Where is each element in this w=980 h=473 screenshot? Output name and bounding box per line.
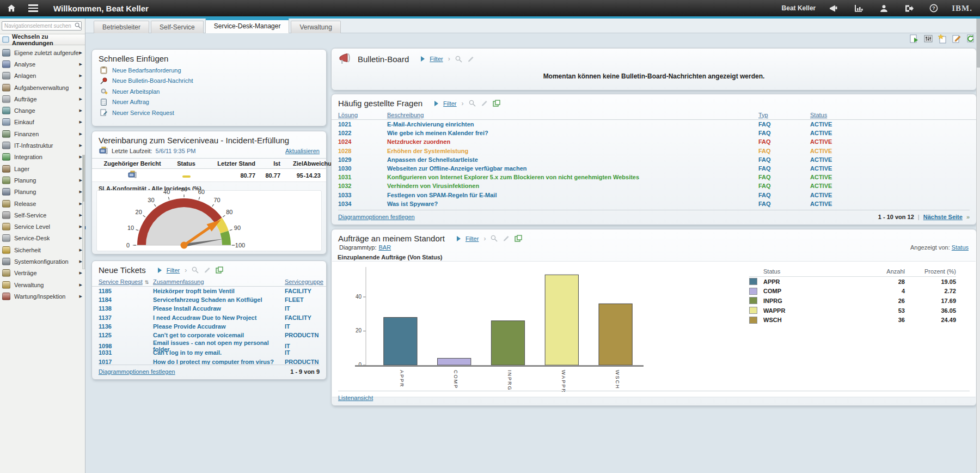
- nav-search-input[interactable]: [2, 21, 82, 31]
- search-icon[interactable]: [491, 235, 498, 242]
- tab[interactable]: Verwaltung: [291, 21, 340, 33]
- sidebar-item[interactable]: Release ▶: [0, 198, 85, 209]
- search-icon[interactable]: [469, 100, 476, 107]
- faq-description[interactable]: Anpassen der Schnellstartleiste: [387, 156, 758, 163]
- faq-id[interactable]: 1024: [338, 138, 387, 145]
- report-icon[interactable]: [127, 171, 137, 179]
- sidebar-item[interactable]: Einkauf ▶: [0, 117, 85, 128]
- quick-insert-link[interactable]: Neue Bulletin-Board-Nachricht: [112, 77, 193, 84]
- quick-insert-link[interactable]: Neuer Arbeitsplan: [112, 88, 160, 95]
- sidebar-item[interactable]: Change ▶: [0, 105, 85, 116]
- search-icon[interactable]: [192, 266, 199, 274]
- col-service-request[interactable]: Service Request: [99, 278, 143, 285]
- ticket-row[interactable]: 1098 Email issues - can not open my pers…: [92, 339, 326, 348]
- list-view-link[interactable]: Listenansicht: [338, 395, 373, 401]
- quick-insert-link[interactable]: Neue Bedarfsanforderung: [112, 67, 181, 74]
- ticket-id[interactable]: 1184: [99, 296, 153, 303]
- faq-id[interactable]: 1022: [338, 130, 387, 136]
- tab[interactable]: Service-Desk-Manager: [205, 19, 290, 33]
- ticket-id[interactable]: 1136: [99, 323, 153, 330]
- edit-tab-icon[interactable]: [952, 34, 961, 44]
- ticket-row[interactable]: 1138 Please Install Accudraw IT: [92, 304, 326, 313]
- sidebar-item[interactable]: Verwaltung ▶: [0, 279, 85, 290]
- ticket-summary[interactable]: Can't get to corporate voicemail: [153, 332, 285, 338]
- ticket-id[interactable]: 1137: [99, 314, 153, 321]
- sidebar-item[interactable]: Planung ▶: [0, 174, 85, 186]
- faq-row[interactable]: 1031 Konfigurieren von Internet Explorer…: [332, 173, 976, 181]
- display-settings-icon[interactable]: [923, 34, 933, 44]
- help-icon[interactable]: ?: [927, 1, 941, 15]
- sidebar-item[interactable]: Anlagen ▶: [0, 70, 85, 82]
- sidebar-item[interactable]: Finanzen ▶: [0, 128, 85, 140]
- displayed-by-link[interactable]: Status: [952, 244, 969, 251]
- faq-id[interactable]: 1021: [338, 121, 387, 128]
- faq-description[interactable]: Netzdrucker zuordnen: [387, 138, 758, 145]
- edit-portlet-icon[interactable]: [481, 100, 488, 107]
- ticket-summary[interactable]: Servicefahrzeug Schaden an Kotflügel: [153, 296, 285, 303]
- faq-row[interactable]: 1024 Netzdrucker zuordnen FAQ ACTIVE: [332, 137, 976, 146]
- faq-row[interactable]: 1022 Wie gebe ich meinen Kalender frei? …: [332, 129, 976, 137]
- ticket-row[interactable]: 1184 Servicefahrzeug Schaden an Kotflüge…: [92, 295, 326, 304]
- sidebar-item[interactable]: Analyse ▶: [0, 58, 85, 70]
- sidebar-item[interactable]: Planung ▶: [0, 186, 85, 198]
- chart-options-link[interactable]: Diagrammoptionen festlegen: [338, 214, 415, 220]
- sidebar-item[interactable]: Self-Service ▶: [0, 209, 85, 221]
- ticket-summary[interactable]: Please Provide Accudraw: [153, 323, 285, 330]
- home-icon[interactable]: [4, 1, 19, 15]
- col-bericht[interactable]: Zugehöriger Bericht: [97, 160, 167, 167]
- faq-row[interactable]: 1021 E-Mail-Archivierung einrichten FAQ …: [332, 120, 976, 129]
- page-scrollbar[interactable]: [976, 19, 980, 473]
- popup-window-icon[interactable]: [514, 235, 522, 242]
- sidebar-item[interactable]: Integration ▶: [0, 151, 85, 163]
- chart-options-link[interactable]: Diagrammoptionen festlegen: [99, 368, 175, 375]
- filter-expand-icon[interactable]: [434, 101, 438, 106]
- edit-portlet-icon[interactable]: [204, 266, 211, 274]
- ticket-id[interactable]: 1185: [99, 288, 153, 294]
- sidebar-item[interactable]: Aufträge ▶: [0, 93, 85, 105]
- ticket-row[interactable]: 1136 Please Provide Accudraw IT: [92, 322, 326, 331]
- filter-expand-icon[interactable]: [457, 236, 461, 241]
- faq-id[interactable]: 1032: [338, 183, 387, 189]
- faq-description[interactable]: Konfigurieren von Internet Explorer 5.x …: [387, 174, 758, 180]
- ticket-row[interactable]: 1137 I need Accudraw Due to New Project …: [92, 313, 326, 322]
- ticket-row[interactable]: 1125 Can't get to corporate voicemail PR…: [92, 331, 326, 339]
- quick-insert-item[interactable]: Neue Bulletin-Board-Nachricht: [92, 76, 326, 87]
- faq-row[interactable]: 1033 Festlegen von SPAM-Regeln für E-Mai…: [332, 191, 976, 199]
- search-icon[interactable]: [75, 22, 81, 31]
- faq-id[interactable]: 1033: [338, 192, 387, 198]
- sidebar-item[interactable]: Eigene zuletzt aufgerufene ... ▶: [0, 47, 85, 58]
- faq-description[interactable]: Webseiten zur Offline-Anzeige verfügbar …: [387, 165, 758, 172]
- sidebar-item[interactable]: Service Level ▶: [0, 221, 85, 232]
- ticket-summary[interactable]: Please Install Accudraw: [153, 305, 285, 312]
- popup-window-icon[interactable]: [493, 100, 500, 107]
- col-letzter-stand[interactable]: Letzter Stand: [205, 160, 255, 167]
- profile-icon[interactable]: [877, 1, 891, 15]
- col-loesung[interactable]: Lösung: [338, 112, 387, 118]
- faq-description[interactable]: Festlegen von SPAM-Regeln für E-Mail: [387, 192, 758, 198]
- col-status[interactable]: Status: [810, 112, 970, 118]
- ticket-summary[interactable]: Can't log in to my email.: [153, 349, 285, 356]
- tab[interactable]: Self-Service: [151, 21, 204, 33]
- sidebar-scrollbar[interactable]: [82, 155, 85, 269]
- next-page-icon[interactable]: »: [966, 214, 970, 220]
- sidebar-item[interactable]: Aufgabenverwaltung ▶: [0, 82, 85, 93]
- menu-icon[interactable]: [25, 1, 39, 15]
- sidebar-item[interactable]: Wartung/Inspektion ▶: [0, 290, 85, 302]
- col-status[interactable]: Status: [167, 160, 205, 167]
- col-ist[interactable]: Ist: [255, 160, 280, 167]
- search-icon[interactable]: [455, 56, 462, 63]
- sort-icon[interactable]: ⇅: [145, 280, 149, 285]
- faq-description[interactable]: Wie gebe ich meinen Kalender frei?: [387, 130, 758, 136]
- ticket-id[interactable]: 1017: [99, 359, 153, 365]
- ticket-id[interactable]: 1138: [99, 305, 153, 312]
- logout-icon[interactable]: [902, 1, 916, 15]
- faq-row[interactable]: 1030 Webseiten zur Offline-Anzeige verfü…: [332, 164, 976, 173]
- refresh-link[interactable]: Aktualisieren: [285, 148, 320, 154]
- col-zusammenfassung[interactable]: Zusammenfassung: [153, 278, 285, 285]
- ticket-id[interactable]: 1031: [99, 349, 153, 356]
- faq-row[interactable]: 1028 Erhöhen der Systemleistung FAQ ACTI…: [332, 147, 976, 155]
- col-typ[interactable]: Typ: [758, 112, 810, 118]
- sidebar-item[interactable]: Verträge ▶: [0, 268, 85, 279]
- sidebar-item[interactable]: Systemkonfiguration ▶: [0, 256, 85, 267]
- charttype-link[interactable]: BAR: [378, 244, 391, 251]
